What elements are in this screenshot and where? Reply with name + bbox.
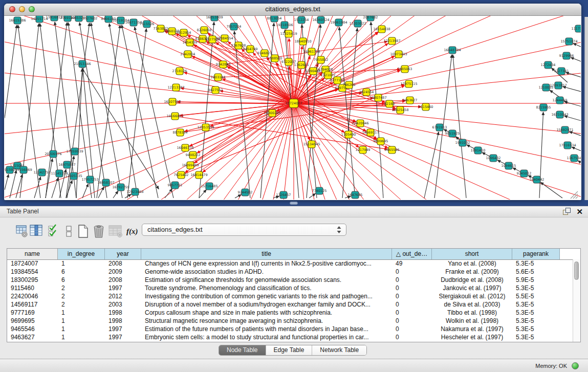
graph-node[interactable]: 1210035: [539, 84, 554, 91]
table-cell[interactable]: 9115460: [7, 284, 58, 292]
table-cell[interactable]: 18300295: [7, 276, 58, 284]
graph-node[interactable]: 8813054: [267, 16, 282, 22]
graph-node[interactable]: 12923468: [126, 188, 143, 195]
network-view-window[interactable]: citations_edges.txt 16615386140557141391…: [4, 4, 581, 200]
graph-node[interactable]: 16154838: [373, 26, 390, 33]
table-cell[interactable]: Tourette syndrome. Phenomenology and cla…: [141, 284, 392, 292]
table-vertical-scrollbar[interactable]: [573, 259, 580, 342]
graph-node[interactable]: 1527602: [83, 16, 98, 22]
graph-node[interactable]: 2803144: [211, 74, 226, 81]
graph-node[interactable]: 9244502: [238, 189, 253, 196]
graph-node[interactable]: 16975887: [58, 161, 75, 168]
table-cell[interactable]: 2003: [105, 300, 141, 309]
table-cell[interactable]: 5.3E-5: [512, 284, 560, 292]
graph-node[interactable]: 9227341: [554, 68, 569, 75]
table-cell[interactable]: 0: [392, 276, 432, 284]
graph-node[interactable]: 8878334: [173, 129, 188, 136]
graph-node[interactable]: 19166825: [166, 113, 183, 120]
graph-node[interactable]: 16099489: [182, 162, 199, 169]
graph-node[interactable]: 19061984: [330, 19, 347, 26]
table-cell[interactable]: 5.9E-5: [512, 276, 560, 284]
table-cell[interactable]: 5.3E-5: [512, 259, 560, 268]
table-cell[interactable]: 1997: [105, 325, 141, 333]
graph-node[interactable]: 9465546: [385, 146, 400, 154]
column-header-1[interactable]: in_degree: [58, 249, 105, 259]
table-cell[interactable]: Franke et al. (2009): [432, 268, 512, 276]
graph-node[interactable]: 15716485: [201, 183, 217, 190]
table-cell[interactable]: 2: [58, 300, 105, 309]
table-row[interactable]: 1938455462009Genome-wide association stu…: [7, 268, 573, 276]
graph-node[interactable]: 11325419: [280, 30, 297, 37]
graph-node[interactable]: 7515526: [140, 20, 155, 28]
graph-node[interactable]: 1647645: [348, 191, 363, 199]
table-cell[interactable]: Estimation of significance thresholds fo…: [141, 276, 392, 284]
table-cell[interactable]: 22420046: [7, 292, 58, 300]
graph-node[interactable]: 1921072: [321, 72, 336, 79]
graph-node[interactable]: 1326457: [276, 191, 291, 199]
graph-node[interactable]: 9498222: [186, 151, 201, 159]
graph-node[interactable]: 12505135: [65, 172, 82, 180]
table-cell[interactable]: 2008: [105, 276, 141, 284]
table-cell[interactable]: Corpus callosum shape and size in male p…: [141, 309, 392, 317]
scrollbar-thumb[interactable]: [574, 261, 579, 280]
table-row[interactable]: 2242004622012Investigating the contribut…: [7, 292, 573, 300]
delete-entries-icon[interactable]: [92, 224, 105, 238]
column-header-6[interactable]: pagerank: [512, 249, 560, 259]
graph-node[interactable]: 20206576: [45, 150, 61, 158]
table-cell[interactable]: Yano et al. (2008): [432, 259, 512, 268]
graph-node[interactable]: 1640442: [530, 176, 545, 183]
column-header-5[interactable]: short: [432, 249, 512, 259]
table-cell[interactable]: Hescheler et al. (1997): [432, 333, 512, 341]
table-chooser-dropdown[interactable]: citations_edges.txt: [142, 224, 346, 236]
graph-node[interactable]: 1244419: [553, 97, 568, 104]
table-cell[interactable]: 0: [392, 317, 432, 325]
graph-node[interactable]: 16046738: [177, 144, 193, 151]
table-cell[interactable]: 1997: [105, 284, 141, 292]
graph-node[interactable]: 18640910: [294, 38, 311, 45]
table-cell[interactable]: 5.3E-5: [512, 300, 560, 309]
graph-node[interactable]: 9242843: [216, 61, 231, 68]
show-column-icon[interactable]: [30, 224, 43, 238]
graph-node[interactable]: 16210043: [551, 111, 568, 118]
close-panel-icon[interactable]: ✕: [576, 207, 583, 216]
row-options-icon[interactable]: [63, 224, 76, 238]
table-cell[interactable]: 1997: [105, 333, 141, 341]
tab-node-table[interactable]: Node Table: [219, 345, 266, 355]
column-header-0[interactable]: name: [7, 249, 58, 259]
float-panel-icon[interactable]: [563, 208, 571, 215]
graph-node[interactable]: 16107552: [164, 98, 181, 105]
table-cell[interactable]: 2: [58, 284, 105, 292]
graph-node[interactable]: 9115460: [419, 103, 433, 111]
table-cell[interactable]: de Silva et al. (2003): [432, 300, 512, 309]
table-cell[interactable]: 9463627: [7, 333, 58, 341]
column-header-3[interactable]: title: [141, 249, 392, 259]
table-row[interactable]: 969969511998Structural magnetic resonanc…: [7, 317, 573, 325]
table-cell[interactable]: 49: [392, 259, 432, 268]
table-row[interactable]: 946554611997Estimation of the future num…: [7, 325, 573, 333]
table-cell[interactable]: Disruption of a novel member of a sodium…: [141, 300, 392, 309]
table-cell[interactable]: 1: [58, 309, 105, 317]
graph-node[interactable]: 8454749: [243, 46, 258, 53]
table-cell[interactable]: 5.3E-5: [512, 317, 560, 325]
citation-graph[interactable]: 1661538614055714139168182769140106532871…: [5, 16, 581, 200]
graph-node[interactable]: 16961758: [303, 48, 320, 55]
create-table-icon[interactable]: [77, 224, 90, 238]
table-cell[interactable]: 14569117: [7, 300, 58, 309]
graph-node[interactable]: 7485063: [398, 65, 412, 73]
tab-edge-table[interactable]: Edge Table: [266, 345, 313, 355]
table-cell[interactable]: Tibbo et al. (1998): [432, 309, 512, 317]
table-cell[interactable]: 5.6E-5: [512, 268, 560, 276]
maximize-window-button[interactable]: [29, 6, 35, 12]
table-cell[interactable]: 18724007: [7, 259, 58, 268]
table-cell[interactable]: 5.3E-5: [512, 333, 560, 341]
graph-node[interactable]: 22420046: [352, 120, 368, 127]
table-cell[interactable]: 0: [392, 292, 432, 300]
graph-node[interactable]: 16648784: [444, 47, 461, 54]
node-attribute-table[interactable]: namein_degreeyeartitle△ out_de…shortpage…: [7, 248, 581, 342]
table-cell[interactable]: 6: [58, 276, 105, 284]
table-cell[interactable]: Wolkin et al. (1998): [432, 317, 512, 325]
graph-node[interactable]: 17359939: [66, 148, 83, 155]
graph-node[interactable]: 3024554: [359, 89, 374, 96]
graph-node[interactable]: 17957253: [81, 176, 98, 183]
graph-node[interactable]: 9463627: [403, 97, 418, 104]
